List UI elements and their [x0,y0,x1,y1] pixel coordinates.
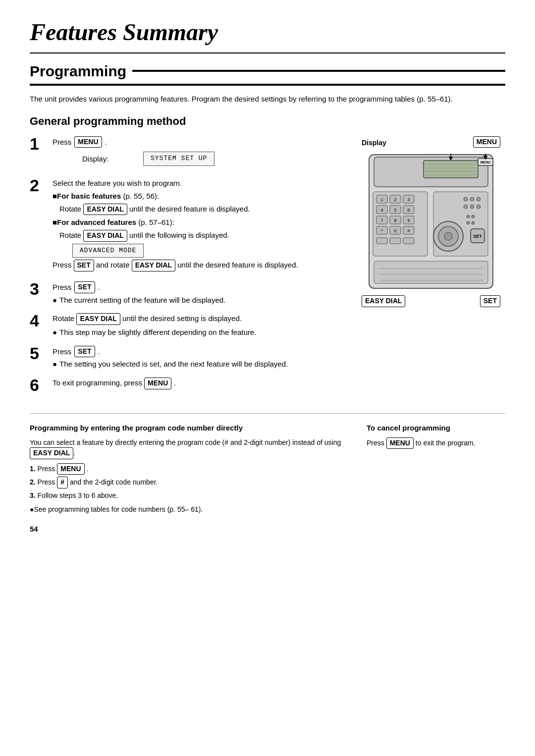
step3-period: . [98,282,100,293]
svg-text:2: 2 [394,197,396,202]
list-item-1: 1. Press MENU . [30,463,347,475]
step3-press: Press [53,282,71,293]
menu-button-label: MENU [473,136,500,148]
svg-point-53 [467,221,470,224]
svg-rect-37 [390,238,401,244]
svg-point-44 [470,205,474,209]
step2-advanced-label: ■For advanced features (p. 57–61): [53,217,342,228]
svg-text:3: 3 [407,197,410,202]
set-button-label: SET [480,295,500,307]
step-1-content: Press MENU . Display: SYSTEM SET UP [53,136,342,170]
step1-display-box: SYSTEM SET UP [143,152,214,166]
svg-point-52 [472,215,475,218]
svg-text:#: # [407,228,410,233]
step-1: 1 Press MENU . Display: SYSTEM SET UP [30,136,342,170]
svg-rect-55 [374,261,488,283]
svg-text:0: 0 [394,228,396,233]
svg-text:6: 6 [407,208,410,213]
step-2: 2 Select the feature you wish to program… [30,178,342,273]
bottom-left-heading: Programming by entering the program code… [30,423,347,433]
svg-point-48 [444,232,452,240]
step2-set-rotate: Press SET and rotate EASY DIAL until the… [53,260,342,271]
step-number-3: 3 [30,280,46,297]
device-bottom-labels: EASY DIAL SET [357,295,505,307]
step5-bullet: The setting you selected is set, and the… [53,359,342,370]
svg-rect-38 [403,238,414,244]
step-6: 6 To exit programming, press MENU . [30,378,342,393]
step1-menu-button: MENU [74,136,102,148]
bottom-left-list: 1. Press MENU . 2. Press # and the 2-dig… [30,463,347,500]
svg-text:1: 1 [380,197,383,202]
step1-display-row: Display: SYSTEM SET UP [82,150,342,168]
page-number: 54 [30,524,505,535]
section-heading: Programming [30,60,505,86]
list-item-3: 3. Follow steps 3 to 6 above. [30,490,347,500]
bottom-left-note: ●See programming tables for code numbers… [30,504,347,514]
svg-rect-36 [376,238,387,244]
bottom-left-intro: You can select a feature by directly ent… [30,437,347,459]
svg-point-45 [477,205,481,209]
svg-point-41 [470,197,474,201]
svg-text:SET: SET [473,234,482,239]
device-top-labels: Display MENU [357,136,505,148]
step-number-4: 4 [30,312,46,329]
step-number-1: 1 [30,135,46,152]
step5-set-btn: SET [74,346,95,358]
intro-text: The unit provides various programming fe… [30,94,505,105]
step4-bullet: This step may be slightly different depe… [53,327,342,338]
list-item-2: 2. Press # and the 2-digit code number. [30,477,347,488]
step2-display-box: ADVANCED MODE [72,244,144,258]
svg-point-51 [467,215,470,218]
step-number-5: 5 [30,345,46,362]
steps-column: 1 Press MENU . Display: SYSTEM SET UP 2 … [30,136,342,401]
section-divider [30,413,505,414]
svg-text:7: 7 [380,218,383,223]
svg-point-42 [477,197,481,201]
step-3-content: Press SET . The current setting of the f… [53,281,342,305]
svg-text:4: 4 [380,208,383,213]
svg-rect-2 [424,161,478,178]
device-column: Display MENU MENU [357,136,505,307]
bottom-right-heading: To cancel programming [367,423,505,433]
step-5-content: Press SET . The setting you selected is … [53,346,342,370]
step-6-content: To exit programming, press MENU . [53,378,342,391]
step5-press: Press [53,346,71,357]
step5-period: . [98,346,100,357]
svg-point-43 [464,205,468,209]
step-4: 4 Rotate EASY DIAL until the desired set… [30,313,342,337]
step1-press-text: Press [53,137,71,148]
svg-point-40 [464,197,468,201]
step3-bullet: The current setting of the feature will … [53,295,342,306]
display-label-top: Display [362,138,386,148]
bottom-right-section: To cancel programming Press MENU to exit… [367,423,505,449]
step3-set-btn: SET [74,281,95,293]
bottom-left-section: Programming by entering the program code… [30,423,347,514]
bottom-right-text: Press MENU to exit the program. [367,437,505,449]
step-number-2: 2 [30,177,46,194]
step6-text: To exit programming, press MENU . [53,378,342,389]
step-number-6: 6 [30,377,46,393]
svg-text:MENU: MENU [481,161,491,164]
step1-display-label: Display: [82,154,109,164]
step2-advanced-display: ADVANCED MODE [72,244,342,258]
svg-text:8: 8 [394,218,396,223]
step-2-content: Select the feature you wish to program. … [53,178,342,273]
subsection-heading: General programming method [30,113,505,129]
svg-text:*: * [381,228,383,233]
easy-dial-label: EASY DIAL [362,295,405,307]
bottom-section: Programming by entering the program code… [30,423,505,514]
step-3: 3 Press SET . The current setting of the… [30,281,342,305]
svg-text:9: 9 [407,218,410,223]
svg-text:5: 5 [394,208,396,213]
step2-basic-label: ■For basic features (p. 55, 56): [53,191,342,202]
step2-line1: Select the feature you wish to program. [53,178,342,189]
step-5: 5 Press SET . The setting you selected i… [30,346,342,370]
page-title: Features Summary [30,15,505,54]
step2-basic-text: Rotate EASY DIAL until the desired featu… [59,204,342,216]
step2-advanced-text: Rotate EASY DIAL until the following is … [59,230,342,242]
step-4-content: Rotate EASY DIAL until the desired setti… [53,313,342,337]
svg-point-54 [472,221,475,224]
device-illustration: MENU 1 2 3 4 5 6 [364,150,498,293]
step1-period: . [105,137,107,148]
step4-text: Rotate EASY DIAL until the desired setti… [53,313,342,325]
